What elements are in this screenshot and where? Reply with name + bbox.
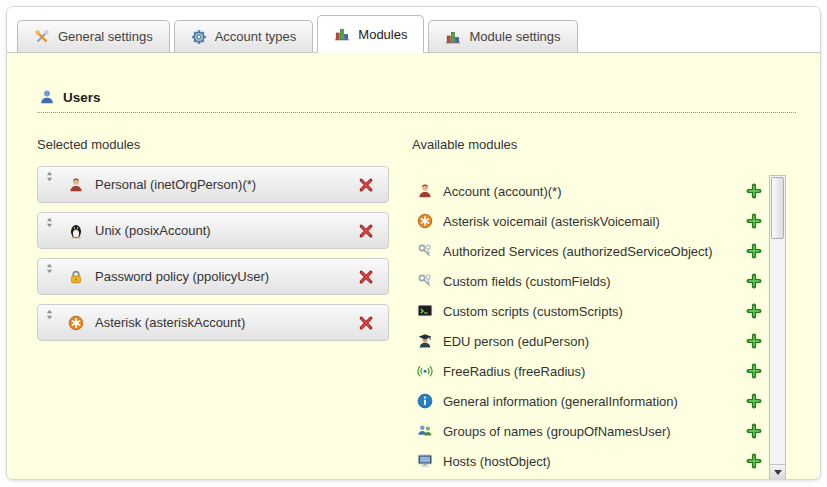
available-module-row: EDU person (eduPerson) (412, 326, 762, 356)
add-module-icon[interactable] (746, 363, 762, 379)
tab-label: Modules (358, 27, 407, 42)
selected-module-label: Password policy (ppolicyUser) (95, 269, 358, 284)
add-module-icon[interactable] (746, 333, 762, 349)
tab-module-settings[interactable]: Module settings (428, 20, 577, 52)
penguin-icon (68, 223, 84, 239)
selected-module-label: Asterisk (asteriskAccount) (95, 315, 358, 330)
scrollbar-thumb[interactable] (771, 177, 784, 239)
tab-account-types[interactable]: Account types (174, 20, 314, 52)
available-module-label: Custom scripts (customScripts) (443, 304, 736, 319)
remove-module-icon[interactable] (358, 223, 374, 239)
selected-modules-heading: Selected modules (37, 137, 389, 152)
available-module-row: Hosts (hostObject) (412, 446, 762, 476)
available-module-label: Groups of names (groupOfNamesUser) (443, 424, 736, 439)
add-module-icon[interactable] (746, 273, 762, 289)
available-module-label: Asterisk voicemail (asteriskVoicemail) (443, 214, 736, 229)
terminal-icon (417, 303, 433, 319)
add-module-icon[interactable] (746, 183, 762, 199)
keys-icon (417, 273, 433, 289)
available-module-row: Authorized Services (authorizedServiceOb… (412, 236, 762, 266)
tab-general-settings[interactable]: General settings (17, 20, 170, 52)
lam-configuration-window: General settings Account types Modules M… (6, 6, 821, 480)
available-module-row: General information (generalInformation) (412, 386, 762, 416)
drag-handle-icon[interactable] (46, 263, 53, 274)
group-icon (417, 423, 433, 439)
chart-icon (445, 29, 461, 45)
person-icon (68, 177, 84, 193)
add-module-icon[interactable] (746, 453, 762, 469)
selected-module-row: Asterisk (asteriskAccount) (37, 304, 389, 341)
tab-modules[interactable]: Modules (317, 15, 424, 53)
scroll-down-button[interactable] (770, 464, 785, 480)
padlock-icon (68, 269, 84, 285)
tools-icon (34, 29, 50, 45)
available-module-label: Account (account)(*) (443, 184, 736, 199)
signal-icon (417, 363, 433, 379)
available-module-row: Custom fields (customFields) (412, 266, 762, 296)
gear-icon (191, 29, 207, 45)
asterisk-icon (417, 213, 433, 229)
selected-module-row: Password policy (ppolicyUser) (37, 258, 389, 295)
available-module-label: FreeRadius (freeRadius) (443, 364, 736, 379)
available-module-row: FreeRadius (freeRadius) (412, 356, 762, 386)
person-icon (417, 183, 433, 199)
available-module-row: Asterisk voicemail (asteriskVoicemail) (412, 206, 762, 236)
available-modules-column: Available modules Account (account)(*) A… (412, 137, 796, 476)
tab-bar: General settings Account types Modules M… (7, 7, 820, 53)
tab-label: Account types (215, 29, 297, 44)
drag-handle-icon[interactable] (46, 217, 53, 228)
selected-module-row: Personal (inetOrgPerson)(*) (37, 166, 389, 203)
module-columns: Selected modules Personal (inetOrgPerson… (37, 137, 796, 476)
selected-module-row: Unix (posixAccount) (37, 212, 389, 249)
tab-label: General settings (58, 29, 153, 44)
available-module-row: Custom scripts (customScripts) (412, 296, 762, 326)
available-module-label: Hosts (hostObject) (443, 454, 736, 469)
info-icon (417, 393, 433, 409)
available-module-row: Groups of names (groupOfNamesUser) (412, 416, 762, 446)
available-module-label: EDU person (eduPerson) (443, 334, 736, 349)
remove-module-icon[interactable] (358, 315, 374, 331)
asterisk-icon (68, 315, 84, 331)
selected-module-label: Personal (inetOrgPerson)(*) (95, 177, 358, 192)
available-module-label: Authorized Services (authorizedServiceOb… (443, 244, 736, 259)
selected-modules-column: Selected modules Personal (inetOrgPerson… (37, 137, 389, 476)
computer-icon (417, 453, 433, 469)
available-module-label: General information (generalInformation) (443, 394, 736, 409)
available-module-row: Account (account)(*) (412, 176, 762, 206)
add-module-icon[interactable] (746, 213, 762, 229)
remove-module-icon[interactable] (358, 177, 374, 193)
available-module-label: Custom fields (customFields) (443, 274, 736, 289)
vertical-scrollbar[interactable] (769, 175, 786, 480)
section-title: Users (63, 90, 101, 105)
remove-module-icon[interactable] (358, 269, 374, 285)
available-modules-list: Account (account)(*) Asterisk voicemail … (412, 176, 762, 476)
graduate-icon (417, 333, 433, 349)
tab-label: Module settings (469, 29, 560, 44)
user-icon (39, 89, 55, 105)
content-area: Users Selected modules Personal (inetOrg… (7, 53, 820, 479)
scroll-down-icon (774, 470, 782, 475)
users-section-heading: Users (37, 89, 796, 113)
keys-icon (417, 243, 433, 259)
add-module-icon[interactable] (746, 243, 762, 259)
add-module-icon[interactable] (746, 393, 762, 409)
available-modules-heading: Available modules (412, 137, 762, 152)
selected-module-label: Unix (posixAccount) (95, 223, 358, 238)
add-module-icon[interactable] (746, 423, 762, 439)
chart-icon (334, 26, 350, 42)
add-module-icon[interactable] (746, 303, 762, 319)
drag-handle-icon[interactable] (46, 309, 53, 320)
drag-handle-icon[interactable] (46, 171, 53, 182)
